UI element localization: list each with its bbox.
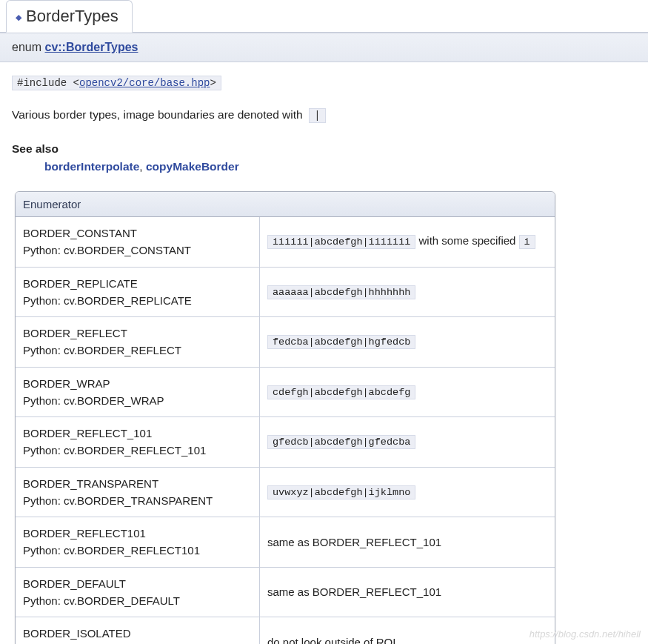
see-also-separator: , bbox=[139, 160, 146, 173]
example-code: uvwxyz|abcdefgh|ijklmno bbox=[267, 485, 415, 499]
see-also-header: See also bbox=[12, 142, 636, 156]
enum-python-name: Python: cv.BORDER_REPLICATE bbox=[23, 292, 252, 309]
see-also-link-copymakeborder[interactable]: copyMakeBorder bbox=[146, 160, 239, 173]
enum-name-cell: BORDER_REFLECT101Python: cv.BORDER_REFLE… bbox=[16, 517, 260, 567]
enum-name: BORDER_WRAP bbox=[23, 375, 252, 392]
enum-desc-cell: same as BORDER_REFLECT_101 bbox=[260, 567, 555, 617]
include-path-link[interactable]: opencv2/core/base.hpp bbox=[79, 77, 210, 89]
watermark: https://blog.csdn.net/hihell bbox=[530, 628, 641, 640]
enum-name-cell: BORDER_REPLICATEPython: cv.BORDER_REPLIC… bbox=[16, 267, 260, 317]
enum-name: BORDER_ISOLATED bbox=[23, 625, 252, 642]
table-row: BORDER_REFLECT_101Python: cv.BORDER_REFL… bbox=[16, 416, 555, 467]
tab-header: ◆BorderTypes bbox=[0, 0, 648, 33]
description-line: Various border types, image boundaries a… bbox=[12, 108, 636, 123]
desc-text: with some specified bbox=[415, 234, 518, 247]
enum-signature-bar: enum cv::BorderTypes bbox=[0, 33, 648, 62]
enum-desc-cell: same as BORDER_REFLECT_101 bbox=[260, 517, 555, 567]
example-code-tail: i bbox=[519, 235, 535, 249]
enum-desc-cell: fedcba|abcdefgh|hgfedcb bbox=[260, 316, 555, 367]
enum-name-cell: BORDER_TRANSPARENTPython: cv.BORDER_TRAN… bbox=[16, 467, 260, 517]
include-prefix: #include < bbox=[17, 77, 79, 89]
enum-name: BORDER_REPLICATE bbox=[23, 275, 252, 292]
enum-name-cell: BORDER_WRAPPython: cv.BORDER_WRAP bbox=[16, 367, 260, 417]
enum-name: BORDER_REFLECT bbox=[23, 325, 252, 342]
enum-python-name: Python: cv.BORDER_TRANSPARENT bbox=[23, 492, 252, 509]
enum-python-name: Python: cv.BORDER_REFLECT_101 bbox=[23, 442, 252, 459]
enumerator-table-header: Enumerator bbox=[16, 192, 555, 217]
diamond-icon: ◆ bbox=[16, 13, 21, 21]
description-code: | bbox=[309, 108, 325, 123]
table-row: BORDER_ISOLATEDPython: cv.BORDER_ISOLATE… bbox=[16, 617, 555, 644]
enum-python-name: Python: cv.BORDER_DEFAULT bbox=[23, 592, 252, 609]
enum-name: BORDER_TRANSPARENT bbox=[23, 475, 252, 492]
enum-name-cell: BORDER_CONSTANTPython: cv.BORDER_CONSTAN… bbox=[16, 217, 260, 267]
enum-python-name: Python: cv.BORDER_REFLECT bbox=[23, 342, 252, 359]
enum-name-link[interactable]: cv::BorderTypes bbox=[44, 41, 138, 53]
tab-bordertypes[interactable]: ◆BorderTypes bbox=[6, 0, 133, 33]
enum-name: BORDER_REFLECT101 bbox=[23, 525, 252, 542]
description-text: Various border types, image boundaries a… bbox=[12, 108, 303, 121]
enum-name-cell: BORDER_ISOLATEDPython: cv.BORDER_ISOLATE… bbox=[16, 617, 260, 644]
enum-desc-cell: iiiiii|abcdefgh|iiiiiii with some specif… bbox=[260, 217, 555, 267]
desc-text: do not look outside of ROI bbox=[267, 636, 395, 644]
table-row: BORDER_CONSTANTPython: cv.BORDER_CONSTAN… bbox=[16, 217, 555, 267]
table-row: BORDER_REPLICATEPython: cv.BORDER_REPLIC… bbox=[16, 267, 555, 317]
enum-desc-cell: uvwxyz|abcdefgh|ijklmno bbox=[260, 467, 555, 517]
tab-title: BorderTypes bbox=[26, 7, 118, 25]
enum-name: BORDER_REFLECT_101 bbox=[23, 425, 252, 442]
see-also-links: borderInterpolate, copyMakeBorder bbox=[44, 160, 636, 173]
table-row: BORDER_TRANSPARENTPython: cv.BORDER_TRAN… bbox=[16, 467, 555, 517]
example-code: aaaaaa|abcdefgh|hhhhhhh bbox=[267, 285, 415, 299]
table-row: BORDER_REFLECT101Python: cv.BORDER_REFLE… bbox=[16, 517, 555, 567]
example-code: fedcba|abcdefgh|hgfedcb bbox=[267, 335, 415, 349]
example-code: cdefgh|abcdefgh|abcdefg bbox=[267, 385, 415, 399]
enum-python-name: Python: cv.BORDER_CONSTANT bbox=[23, 242, 252, 259]
desc-text: same as BORDER_REFLECT_101 bbox=[267, 585, 441, 598]
include-directive: #include <opencv2/core/base.hpp> bbox=[12, 76, 221, 90]
enumerator-table: Enumerator BORDER_CONSTANTPython: cv.BOR… bbox=[15, 191, 555, 644]
content-area: #include <opencv2/core/base.hpp> Various… bbox=[0, 62, 648, 644]
see-also-link-borderinterpolate[interactable]: borderInterpolate bbox=[44, 160, 139, 173]
enum-desc-cell: aaaaaa|abcdefgh|hhhhhhh bbox=[260, 267, 555, 317]
example-code: gfedcb|abcdefgh|gfedcba bbox=[267, 435, 415, 449]
enum-desc-cell: cdefgh|abcdefgh|abcdefg bbox=[260, 367, 555, 417]
enum-name: BORDER_CONSTANT bbox=[23, 225, 252, 242]
desc-text: same as BORDER_REFLECT_101 bbox=[267, 536, 441, 548]
table-row: BORDER_WRAPPython: cv.BORDER_WRAPcdefgh|… bbox=[16, 367, 555, 417]
enum-keyword: enum bbox=[12, 41, 41, 53]
enum-python-name: Python: cv.BORDER_REFLECT101 bbox=[23, 542, 252, 559]
table-row: BORDER_REFLECTPython: cv.BORDER_REFLECTf… bbox=[16, 316, 555, 367]
enum-table-wrap: Enumerator BORDER_CONSTANTPython: cv.BOR… bbox=[15, 191, 633, 644]
table-row: BORDER_DEFAULTPython: cv.BORDER_DEFAULTs… bbox=[16, 567, 555, 617]
enum-name: BORDER_DEFAULT bbox=[23, 575, 252, 592]
example-code: iiiiii|abcdefgh|iiiiiii bbox=[267, 235, 415, 249]
enum-name-cell: BORDER_DEFAULTPython: cv.BORDER_DEFAULT bbox=[16, 567, 260, 617]
enum-name-cell: BORDER_REFLECT_101Python: cv.BORDER_REFL… bbox=[16, 416, 260, 467]
enum-desc-cell: do not look outside of ROI bbox=[260, 617, 555, 644]
enum-desc-cell: gfedcb|abcdefgh|gfedcba bbox=[260, 416, 555, 467]
include-suffix: > bbox=[210, 77, 216, 89]
enum-python-name: Python: cv.BORDER_WRAP bbox=[23, 392, 252, 409]
enum-name-cell: BORDER_REFLECTPython: cv.BORDER_REFLECT bbox=[16, 316, 260, 367]
